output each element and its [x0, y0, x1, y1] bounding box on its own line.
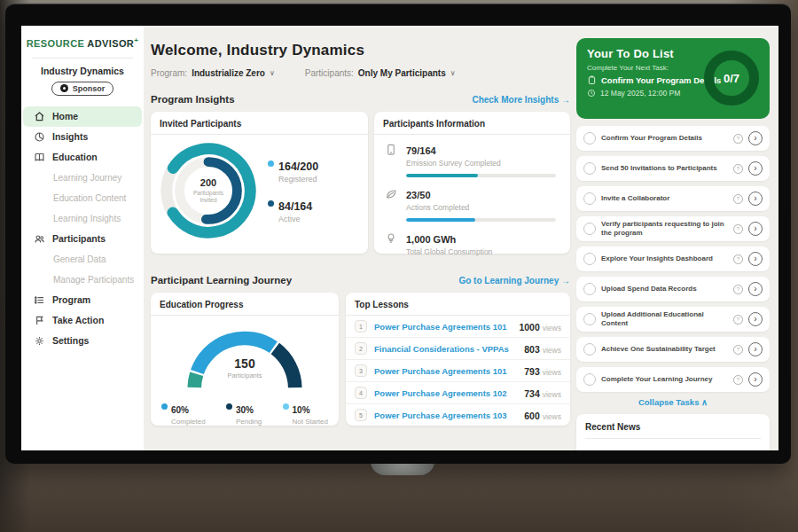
learning-journey-header: Participant Learning Journey Go to Learn…	[151, 275, 570, 286]
info-icon[interactable]: ?	[733, 345, 743, 355]
task-checkbox[interactable]	[583, 223, 596, 235]
task-checkbox[interactable]	[583, 162, 596, 175]
settings-icon	[34, 335, 45, 347]
sidebar-item-general-data[interactable]: General Data	[21, 249, 144, 270]
sponsor-badge: Sponsor	[51, 82, 114, 96]
stat-value: 23/50	[406, 190, 431, 200]
gauge-center-label: 150 Participants	[151, 356, 339, 379]
top-lessons-card: Top Lessons 1 Power Purchase Agreements …	[346, 293, 570, 426]
card-title: Education Progress	[151, 293, 339, 316]
task-row[interactable]: Invite a Collaborator ? ›	[576, 186, 770, 211]
task-row[interactable]: Achieve One Sustainability Target ? ›	[576, 337, 770, 362]
check-more-insights-link[interactable]: Check More Insights →	[472, 95, 570, 105]
task-row[interactable]: Upload Additional Educational Content ? …	[576, 307, 770, 332]
program-filter[interactable]: Program: Industrialize Zero ∨	[151, 68, 275, 78]
clock-icon	[587, 89, 596, 98]
chevron-down-icon[interactable]: ∨	[450, 69, 456, 77]
sidebar-item-education-content[interactable]: Education Content	[21, 188, 144, 208]
task-checkbox[interactable]	[583, 192, 596, 205]
task-label: Explore Your Insights Dashboard	[601, 251, 728, 267]
info-icon[interactable]: ?	[733, 254, 743, 264]
task-checkbox[interactable]	[583, 313, 596, 325]
participants-filter[interactable]: Participants: Only My Participants ∨	[305, 68, 456, 78]
sponsor-icon	[60, 84, 68, 92]
donut-chart: 200 Participants Invited	[156, 138, 261, 243]
filter-bar: Program: Industrialize Zero ∨ Participan…	[151, 68, 570, 78]
lesson-link[interactable]: Power Purchase Agreements 103	[374, 411, 524, 420]
sidebar-item-program[interactable]: Program	[21, 290, 144, 310]
arrow-right-icon: →	[561, 276, 570, 286]
sidebar-item-home[interactable]: Home	[23, 106, 142, 127]
task-checkbox[interactable]	[583, 343, 596, 356]
sidebar-item-manage-participants[interactable]: Manage Participants	[21, 270, 144, 290]
program-filter-value: Industrialize Zero	[192, 68, 265, 78]
actions-icon	[385, 186, 397, 212]
legend-value: 10%	[293, 405, 310, 415]
chevron-up-icon: ∧	[701, 397, 708, 407]
education-gauge-chart: 150 Participants	[151, 317, 339, 397]
sidebar-item-label: Education	[52, 152, 98, 162]
sidebar-item-label: Education Content	[53, 193, 126, 203]
info-icon[interactable]: ?	[733, 375, 743, 385]
sidebar-item-learning-journey[interactable]: Learning Journey	[21, 168, 144, 188]
lesson-link[interactable]: Power Purchase Agreements 101	[374, 322, 519, 332]
lesson-link[interactable]: Power Purchase Agreements 102	[374, 388, 524, 398]
lesson-views: 600	[524, 411, 540, 421]
sidebar-item-label: Take Action	[52, 315, 104, 325]
logo-secondary: ADVISOR	[87, 38, 134, 49]
task-row[interactable]: Upload Spend Data Records ? ›	[576, 277, 770, 301]
todo-due-label: 12 May 2025, 12:00 PM	[600, 89, 680, 98]
task-row[interactable]: Complete Your Learning Journey ? ›	[576, 367, 770, 392]
logo-plus-icon: +	[134, 36, 138, 44]
collapse-tasks-link[interactable]: Collapse Tasks ∧	[576, 397, 770, 407]
task-row[interactable]: Explore Your Insights Dashboard ? ›	[576, 246, 770, 271]
sidebar-item-learning-insights[interactable]: Learning Insights	[21, 208, 144, 229]
lesson-link[interactable]: Power Purchase Agreements 101	[374, 366, 524, 376]
info-icon[interactable]: ?	[733, 224, 743, 234]
stat-label: Emission Survey Completed	[406, 159, 501, 168]
lesson-row: 2 Financial Considerations - VPPAs 803vi…	[346, 338, 570, 360]
lesson-link[interactable]: Financial Considerations - VPPAs	[374, 344, 524, 354]
chevron-right-icon[interactable]: ›	[748, 252, 763, 266]
lesson-views: 793	[524, 366, 540, 377]
lesson-rank: 4	[355, 387, 367, 399]
gauge-center-value: 150	[151, 356, 339, 371]
task-row[interactable]: Verify participants requesting to join t…	[576, 216, 770, 241]
chevron-right-icon[interactable]: ›	[748, 372, 763, 387]
task-checkbox[interactable]	[583, 132, 596, 145]
chevron-right-icon[interactable]: ›	[748, 192, 763, 206]
chevron-right-icon[interactable]: ›	[748, 222, 763, 236]
task-row[interactable]: Send 50 Invitations to Participants ? ›	[576, 156, 770, 181]
chevron-right-icon[interactable]: ›	[748, 282, 763, 296]
go-to-learning-journey-link[interactable]: Go to Learning Journey →	[458, 276, 570, 286]
info-icon[interactable]: ?	[733, 315, 743, 325]
org-name: Industry Dynamics	[21, 66, 144, 76]
chevron-right-icon[interactable]: ›	[748, 161, 763, 176]
info-icon[interactable]: ?	[733, 164, 743, 174]
chevron-right-icon[interactable]: ›	[748, 131, 763, 145]
info-icon[interactable]: ?	[733, 194, 743, 204]
sidebar-item-participants[interactable]: Participants	[21, 229, 144, 249]
sidebar-item-settings[interactable]: Settings	[21, 331, 144, 351]
task-checkbox[interactable]	[583, 253, 596, 265]
lesson-views: 803	[524, 344, 540, 355]
chevron-down-icon[interactable]: ∨	[270, 69, 275, 77]
sidebar-item-label: Settings	[52, 335, 89, 346]
legend-item-pending: 30% Pending	[226, 401, 262, 426]
task-checkbox[interactable]	[583, 373, 596, 386]
chevron-right-icon[interactable]: ›	[748, 312, 763, 326]
card-title: Top Lessons	[346, 293, 570, 316]
task-checkbox[interactable]	[583, 283, 596, 295]
recent-news-card: Recent News	[576, 414, 770, 450]
info-icon[interactable]: ?	[733, 285, 743, 294]
recent-news-title: Recent News	[585, 422, 761, 439]
sidebar-item-insights[interactable]: Insights	[21, 127, 144, 147]
screen: RESOURCE ADVISOR+ Industry Dynamics Spon…	[21, 26, 778, 450]
sidebar-item-education[interactable]: Education	[21, 147, 144, 168]
task-label: Send 50 Invitations to Participants	[601, 160, 728, 176]
task-row[interactable]: Confirm Your Program Details ? ›	[576, 126, 770, 151]
info-icon[interactable]: ?	[733, 134, 743, 144]
chevron-right-icon[interactable]: ›	[748, 342, 763, 356]
stat-value: 1,000 GWh	[406, 234, 456, 245]
sidebar-item-take-action[interactable]: Take Action	[21, 310, 144, 331]
